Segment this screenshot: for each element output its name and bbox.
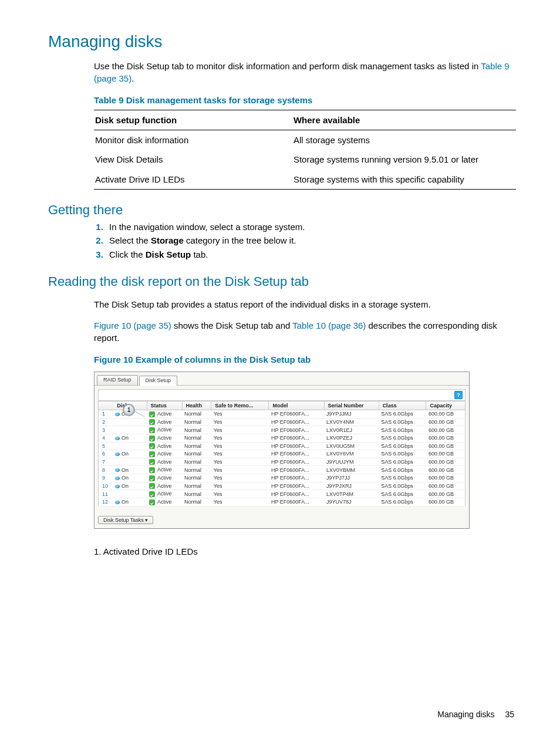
led-on-icon <box>115 437 120 440</box>
reading-para1: The Disk Setup tab provides a status rep… <box>94 298 516 310</box>
footer-section: Managing disks <box>437 710 494 719</box>
intro-suffix: . <box>131 73 134 83</box>
col-serial[interactable]: Serial Number <box>324 401 379 410</box>
status-ok-icon <box>149 491 155 497</box>
status-ok-icon <box>149 436 155 441</box>
table-row[interactable]: 3ActiveNormalYesHP EF0600FA...LXV0R1EJSA… <box>99 426 465 434</box>
page-footer: Managing disks 35 <box>437 710 514 719</box>
status-ok-icon <box>149 427 155 433</box>
getting-there-heading: Getting there <box>48 202 516 218</box>
figure-legend: 1. Activated Drive ID LEDs <box>94 545 516 558</box>
callout-1: 1 <box>123 404 135 416</box>
intro-para: Use the Disk Setup tab to monitor disk i… <box>94 60 516 85</box>
led-on-icon <box>115 501 120 504</box>
table-row[interactable]: 1OnActiveNormalYesHP EF0600FA...J9YPJJMJ… <box>99 410 465 418</box>
table-row[interactable]: 4OnActiveNormalYesHP EF0600FA...LXV0PZEJ… <box>99 434 465 442</box>
figure10-xref[interactable]: Figure 10 (page 35) <box>94 320 171 330</box>
disk-setup-tasks-button[interactable]: Disk Setup Tasks ▾ <box>98 516 153 524</box>
led-on-icon <box>115 477 120 480</box>
tab-raid-setup[interactable]: RAID Setup <box>97 375 138 385</box>
led-on-icon <box>115 485 120 488</box>
status-ok-icon <box>149 459 155 465</box>
reading-heading: Reading the disk report on the Disk Setu… <box>48 274 516 289</box>
table-row[interactable]: 11ActiveNormalYesHP EF0600FA...LXV0TP4MS… <box>99 490 465 498</box>
reading-para2: Figure 10 (page 35) shows the Disk Setup… <box>94 319 516 345</box>
figure10-caption: Figure 10 Example of columns in the Disk… <box>94 353 516 366</box>
col-class[interactable]: Class <box>379 401 426 410</box>
table-row[interactable]: 9OnActiveNormalYesHP EF0600FA...J9YPJ7JJ… <box>99 474 465 482</box>
table-row[interactable]: 8OnActiveNormalYesHP EF0600FA...LXV0YBMM… <box>99 466 465 474</box>
col-model[interactable]: Model <box>269 401 324 410</box>
table10-xref[interactable]: Table 10 (page 36) <box>292 320 366 330</box>
table9-h1: Disk setup function <box>94 110 292 130</box>
step-1: In the navigation window, select a stora… <box>106 220 516 234</box>
table-row: Monitor disk informationAll storage syst… <box>94 130 516 150</box>
col-safe[interactable]: Safe to Remo... <box>211 401 269 410</box>
status-ok-icon <box>149 483 155 489</box>
status-ok-icon <box>149 475 155 481</box>
table-row: Activate Drive ID LEDsStorage systems wi… <box>94 170 516 190</box>
tab-disk-setup[interactable]: Disk Setup <box>139 376 178 386</box>
footer-page-number: 35 <box>505 710 514 719</box>
figure10-screenshot: RAID Setup Disk Setup ? Disk Status Heal… <box>94 372 470 529</box>
table9: Disk setup function Where available Moni… <box>94 110 516 190</box>
table-row[interactable]: 7ActiveNormalYesHP EF0600FA...J9YUUJYMSA… <box>99 458 465 466</box>
col-capacity[interactable]: Capacity <box>426 401 465 410</box>
status-ok-icon <box>149 443 155 449</box>
table9-caption: Table 9 Disk management tasks for storag… <box>94 94 516 106</box>
status-ok-icon <box>149 467 155 473</box>
table-row[interactable]: 2ActiveNormalYesHP EF0600FA...LXV0Y4NMSA… <box>99 418 465 426</box>
disk-table: Disk Status Health Safe to Remo... Model… <box>98 401 465 507</box>
step-2: Select the Storage category in the tree … <box>106 234 516 247</box>
table-row: View Disk DetailsStorage systems running… <box>94 150 516 169</box>
table-row[interactable]: 6OnActiveNormalYesHP EF0600FA...LXV0Y6VM… <box>99 450 465 458</box>
status-ok-icon <box>149 451 155 457</box>
col-health[interactable]: Health <box>182 401 211 410</box>
table-row[interactable]: 12OnActiveNormalYesHP EF0600FA...J9YUV78… <box>99 498 465 506</box>
help-icon[interactable]: ? <box>454 391 463 399</box>
table-row[interactable]: 5ActiveNormalYesHP EF0600FA...LXV0UG5MSA… <box>99 442 465 450</box>
led-on-icon <box>115 453 120 456</box>
led-on-icon <box>115 413 120 416</box>
led-on-icon <box>115 468 120 472</box>
page-title: Managing disks <box>48 32 516 51</box>
table-row[interactable]: 10OnActiveNormalYesHP EF0600FA...J9YPJXR… <box>99 482 465 490</box>
status-ok-icon <box>149 499 155 505</box>
step-3: Click the Disk Setup tab. <box>106 248 516 261</box>
table9-h2: Where available <box>292 110 516 130</box>
intro-text: Use the Disk Setup tab to monitor disk i… <box>94 61 481 71</box>
status-ok-icon <box>149 419 155 425</box>
col-status[interactable]: Status <box>147 401 182 410</box>
status-ok-icon <box>149 411 155 417</box>
